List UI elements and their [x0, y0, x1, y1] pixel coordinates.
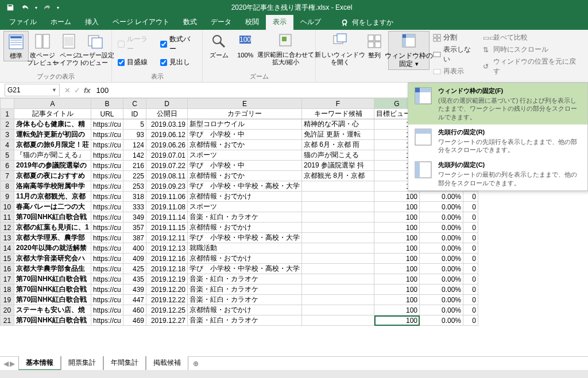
cell[interactable]: 学び 小学校・中 — [188, 130, 302, 140]
row-header[interactable]: 3 — [1, 130, 14, 140]
chevron-down-icon[interactable]: ▼ — [52, 87, 57, 93]
column-header[interactable]: A — [14, 99, 91, 109]
cell[interactable]: 音楽・紅白・カラオケ — [188, 274, 302, 285]
cell[interactable]: https://cu — [91, 212, 123, 223]
cell[interactable]: 0 — [463, 192, 478, 202]
cell[interactable]: 435 — [123, 274, 146, 285]
cell[interactable]: 京都情報・おでか — [188, 171, 302, 181]
cell[interactable]: 0 — [463, 305, 478, 315]
row-header[interactable]: 6 — [1, 161, 14, 171]
freeze-option-0[interactable]: ウィンドウ枠の固定(F)(現在の選択範囲に基づいて) 行および列を表示したままで… — [408, 83, 587, 124]
cell[interactable]: 身体も心も健康に、精 — [14, 119, 91, 130]
cell[interactable]: 100 — [374, 264, 420, 274]
cell[interactable]: 2019年の参議院選挙の — [14, 161, 91, 171]
header-cell[interactable]: ID — [123, 109, 146, 119]
ribbon-tab-1[interactable]: ホーム — [44, 15, 78, 30]
ribbon-tab-8[interactable]: ヘルプ — [293, 15, 328, 30]
cell[interactable] — [302, 274, 374, 285]
cell[interactable]: 0 — [463, 202, 478, 212]
cell[interactable]: 142 — [123, 150, 146, 161]
cell[interactable]: 0 — [463, 295, 478, 305]
cell[interactable]: 409 — [123, 254, 146, 264]
column-header[interactable]: D — [146, 99, 188, 109]
header-cell[interactable]: 公開日 — [146, 109, 188, 119]
select-all-corner[interactable] — [1, 99, 14, 109]
cell[interactable] — [302, 254, 374, 264]
cell[interactable]: 京都大学音楽研究会ハ — [14, 254, 91, 264]
cell[interactable]: 2019.12.27 — [146, 315, 188, 326]
cell[interactable] — [302, 285, 374, 295]
row-header[interactable]: 15 — [1, 254, 14, 264]
cell[interactable]: 2019.06.26 — [146, 140, 188, 150]
row-header[interactable]: 13 — [1, 233, 14, 243]
row-header[interactable]: 20 — [1, 305, 14, 315]
cell[interactable]: 京都夏の夜におすすめ — [14, 171, 91, 181]
cell[interactable]: 2019.07.01 — [146, 150, 188, 161]
cell[interactable]: 2019.07.22 — [146, 161, 188, 171]
cell[interactable]: 音楽・紅白・カラオケ — [188, 212, 302, 223]
cell[interactable]: 京都 6月・京都 雨 — [302, 140, 374, 150]
cell[interactable]: 100 — [374, 243, 420, 254]
cell[interactable]: 100 — [374, 315, 420, 326]
ribbon-tab-2[interactable]: 挿入 — [78, 15, 106, 30]
cell[interactable]: 0 — [463, 264, 478, 274]
cell[interactable]: 0 — [463, 243, 478, 254]
cell[interactable]: 音楽・紅白・カラオケ — [188, 285, 302, 295]
view-pagebreak-button[interactable]: 改ページ プレビュー — [30, 31, 55, 68]
cell[interactable]: 0.00% — [420, 274, 463, 285]
cell[interactable]: https://cu — [91, 223, 123, 233]
header-cell[interactable]: カテゴリー — [188, 109, 302, 119]
cell[interactable]: 100 — [374, 254, 420, 264]
cell[interactable]: 第70回NHK紅白歌合戦 — [14, 274, 91, 285]
gridlines-checkbox[interactable]: 目盛線 — [115, 56, 157, 68]
cell[interactable]: 2019.12.16 — [146, 254, 188, 264]
sheet-tab[interactable]: 年間集計 — [103, 356, 146, 371]
cell[interactable]: 2019 参議院選挙 抖 — [302, 161, 374, 171]
cell[interactable]: 京都の紅葉も見頃に、1 — [14, 223, 91, 233]
cell[interactable]: 2019.12.19 — [146, 274, 188, 285]
cell[interactable]: 2019.12.25 — [146, 305, 188, 315]
row-header[interactable]: 12 — [1, 223, 14, 233]
cell[interactable]: 京都大学農学部食品生 — [14, 264, 91, 274]
cell[interactable]: 100 — [374, 212, 420, 223]
cell[interactable]: https://cu — [91, 192, 123, 202]
cell[interactable]: https://cu — [91, 233, 123, 243]
cell[interactable]: 0 — [463, 223, 478, 233]
cell[interactable]: 0.00% — [420, 254, 463, 264]
cell[interactable]: 447 — [123, 295, 146, 305]
cell[interactable]: 第70回NHK紅白歌合戦 — [14, 212, 91, 223]
cell[interactable]: 439 — [123, 285, 146, 295]
cell[interactable]: https://cu — [91, 254, 123, 264]
cell[interactable]: 387 — [123, 233, 146, 243]
cell[interactable]: 2019.11.14 — [146, 212, 188, 223]
zoom-100-button[interactable]: 100 100% — [233, 31, 258, 60]
cell[interactable] — [302, 202, 374, 212]
ribbon-tab-7[interactable]: 表示 — [266, 15, 293, 30]
column-header[interactable]: C — [123, 99, 146, 109]
row-header[interactable]: 1 — [1, 109, 14, 119]
cell[interactable]: 0 — [463, 212, 478, 223]
cell[interactable]: https://cu — [91, 202, 123, 212]
view-custom-button[interactable]: ユーザー設定 のビュー — [83, 31, 108, 68]
cell[interactable] — [302, 305, 374, 315]
cell[interactable]: 100 — [374, 305, 420, 315]
cell[interactable]: 京都夏の旅6月限定！荘 — [14, 140, 91, 150]
cell[interactable]: 357 — [123, 223, 146, 233]
save-button[interactable] — [3, 1, 17, 14]
cancel-formula-button[interactable]: ✕ — [64, 86, 71, 95]
cell[interactable]: 100 — [374, 233, 420, 243]
sheet-tab[interactable]: 基本情報 — [18, 356, 61, 371]
row-header[interactable]: 8 — [1, 181, 14, 192]
cell[interactable]: 2019.06.12 — [146, 130, 188, 140]
cell[interactable]: https://cu — [91, 285, 123, 295]
fx-button[interactable]: fx — [84, 86, 91, 95]
cell[interactable]: https://cu — [91, 181, 123, 192]
cell[interactable]: https://cu — [91, 161, 123, 171]
cell[interactable]: 100 — [374, 192, 420, 202]
header-cell[interactable]: 記事タイトル — [14, 109, 91, 119]
cell[interactable]: 京都大学理系、農学部 — [14, 233, 91, 243]
cell[interactable]: 349 — [123, 212, 146, 223]
ribbon-tab-3[interactable]: ページ レイアウト — [106, 15, 176, 30]
cell[interactable]: 0.00% — [420, 202, 463, 212]
cell[interactable]: 学び 小学校・中学校・高校・大学 — [188, 181, 302, 192]
